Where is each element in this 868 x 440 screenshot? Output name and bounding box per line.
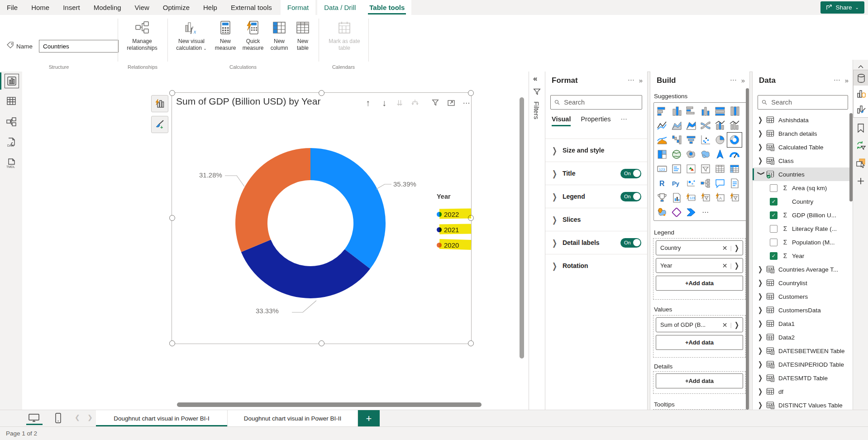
visual-type-100-stacked-column-icon[interactable]	[727, 104, 742, 118]
add-data-button-details[interactable]: +Add data	[656, 373, 743, 388]
page-tab-2[interactable]: Doughnut chart visual in Power BI-II	[228, 410, 358, 427]
donut-chart-visual[interactable]: Sum of GDP (Billion USD) by Year ↑↓⇊⋯	[172, 92, 472, 344]
table-row-customers[interactable]: ❯ Customers	[753, 290, 853, 303]
next-page-icon[interactable]: ❯	[87, 414, 93, 421]
filters-pane-collapsed[interactable]: « Filters	[529, 72, 546, 426]
remove-field-icon[interactable]: ✕	[722, 262, 728, 269]
analyze-insights-button[interactable]	[151, 95, 168, 112]
chevron-icon[interactable]: ❯	[758, 387, 764, 396]
table-row-calculated-table[interactable]: ❯ Calculated Table	[753, 140, 853, 154]
chevron-icon[interactable]: ❯	[758, 320, 764, 328]
visual-type-map-icon[interactable]	[669, 147, 684, 162]
format-pane-icon[interactable]	[853, 101, 868, 118]
table-row-countrylist[interactable]: ❯ Countrylist	[753, 276, 853, 290]
collapse-pane-icon[interactable]: »	[845, 77, 849, 84]
field-row-area-sq-km[interactable]: Σ Area (sq km)	[753, 181, 853, 195]
data-search[interactable]	[758, 95, 848, 110]
visual-type-kpi-icon[interactable]	[684, 162, 698, 176]
resize-handle[interactable]	[169, 90, 175, 96]
new-page-button[interactable]: +	[358, 410, 380, 427]
chevron-icon[interactable]: ❯	[758, 292, 764, 301]
format-tab-visual[interactable]: Visual	[552, 115, 571, 126]
visual-type-matrix-icon[interactable]	[727, 162, 742, 176]
field-checkbox[interactable]	[770, 225, 777, 233]
visual-type-button-slicer-icon[interactable]	[727, 191, 742, 205]
format-section-title[interactable]: ❯ Title On	[545, 162, 647, 185]
field-pill-year[interactable]: Year✕|❯	[656, 258, 743, 273]
visual-type-power-apps-icon[interactable]	[669, 205, 684, 220]
visual-type-shape-map-icon[interactable]	[698, 147, 713, 162]
visual-type-stacked-area-icon[interactable]	[684, 118, 698, 133]
data-pane-icon[interactable]	[853, 70, 868, 86]
visual-type-new-slicer-icon[interactable]	[698, 191, 713, 205]
field-pill-sum-of-gdp-b[interactable]: Sum of GDP (B...✕|❯	[656, 317, 743, 332]
table-view-icon[interactable]	[5, 94, 18, 108]
visual-type-line-clustered-column-icon[interactable]	[727, 118, 742, 133]
menu-insert[interactable]: Insert	[56, 0, 87, 15]
visual-type-clustered-column-icon[interactable]	[698, 104, 713, 118]
visual-type-decomposition-tree-icon[interactable]	[698, 176, 713, 191]
new-table-button[interactable]: New table	[292, 19, 314, 64]
format-tab-properties[interactable]: Properties	[581, 115, 610, 126]
chevron-down-icon[interactable]: ❯	[734, 320, 739, 329]
field-checkbox[interactable]: ✓	[770, 198, 777, 206]
format-section-rotation[interactable]: ❯ Rotation	[545, 254, 647, 277]
field-row-population-m[interactable]: Σ Population (M...	[753, 235, 853, 249]
legend-item-2021[interactable]: 2021	[437, 222, 459, 237]
chevron-icon[interactable]: ❯	[758, 129, 764, 138]
well-details[interactable]: +Add data	[653, 371, 746, 394]
visual-type-100-stacked-bar-icon[interactable]	[713, 104, 727, 118]
legend-item-2020[interactable]: 2020	[437, 237, 459, 253]
menu-optimize[interactable]: Optimize	[156, 0, 196, 15]
format-search[interactable]	[550, 95, 642, 110]
table-row-data2[interactable]: ❯ Data2	[753, 330, 853, 344]
chevron-icon[interactable]: ❯	[758, 347, 764, 355]
resize-handle[interactable]	[319, 340, 324, 346]
canvas-vertical-scrollbar[interactable]	[520, 97, 524, 359]
visual-type-treemap-icon[interactable]	[655, 147, 669, 162]
tmdl-view-icon[interactable]: TMDL	[5, 157, 18, 170]
menu-help[interactable]: Help	[196, 0, 224, 15]
bookmarks-icon[interactable]	[855, 122, 867, 134]
table-row-ashishdata[interactable]: ❯ Ashishdata	[753, 113, 853, 127]
sync-slicers-icon[interactable]	[855, 139, 867, 151]
chevron-icon[interactable]: ❯	[758, 279, 764, 287]
visual-type-stacked-column-icon[interactable]	[669, 104, 684, 118]
resize-handle[interactable]	[319, 90, 324, 96]
well-values[interactable]: Sum of GDP (B...✕|❯+Add data	[653, 315, 746, 358]
format-section-slices[interactable]: ❯ Slices	[545, 208, 647, 231]
visual-type-pie-icon[interactable]	[713, 133, 727, 147]
table-row-branch-details[interactable]: ❯ Branch details	[753, 127, 853, 140]
chevron-icon[interactable]: ❯	[758, 157, 764, 165]
visual-type-power-automate-icon[interactable]	[684, 205, 698, 220]
more-options-icon[interactable]: ⋯	[621, 115, 628, 126]
table-row-df[interactable]: ❯ df	[753, 385, 853, 398]
donut-slice-2022[interactable]	[310, 148, 386, 269]
add-data-button-values[interactable]: +Add data	[656, 335, 743, 350]
visual-type-area-icon[interactable]	[669, 118, 684, 133]
data-panel-scrollbar[interactable]	[849, 113, 853, 201]
chevron-icon[interactable]: ❯	[758, 116, 764, 124]
menu-file[interactable]: File	[0, 0, 24, 15]
visual-type-filled-map-icon[interactable]	[684, 147, 698, 162]
visual-type-key-influencers-icon[interactable]	[684, 176, 698, 191]
donut-slice-2020[interactable]	[235, 148, 310, 252]
more-options-icon[interactable]: ⋯	[730, 76, 737, 84]
visual-type-python-icon[interactable]: Py	[669, 176, 684, 191]
chevron-down-icon[interactable]: ❯	[734, 244, 739, 252]
menu-external-tools[interactable]: External tools	[224, 0, 279, 15]
visual-type-card-icon[interactable]: 123	[655, 162, 669, 176]
selection-icon[interactable]	[855, 157, 867, 169]
resize-handle[interactable]	[169, 340, 175, 346]
collapse-pane-icon[interactable]: »	[741, 77, 745, 84]
visual-type-gauge-icon[interactable]	[727, 147, 742, 162]
visual-type-stacked-bar-icon[interactable]	[655, 104, 669, 118]
visual-type-table-icon[interactable]	[713, 162, 727, 176]
format-section-detail-labels[interactable]: ❯ Detail labels On	[545, 231, 647, 254]
model-view-icon[interactable]	[5, 115, 18, 129]
remove-field-icon[interactable]: ✕	[722, 244, 728, 252]
resize-handle[interactable]	[468, 340, 474, 346]
format-section-size-and-style[interactable]: ❯ Size and style	[545, 139, 647, 162]
chevron-icon[interactable]: ❯	[758, 360, 764, 368]
report-canvas[interactable]: + Sum of GDP (Billion USD) by Year ↑↓⇊⋯ …	[22, 72, 529, 410]
